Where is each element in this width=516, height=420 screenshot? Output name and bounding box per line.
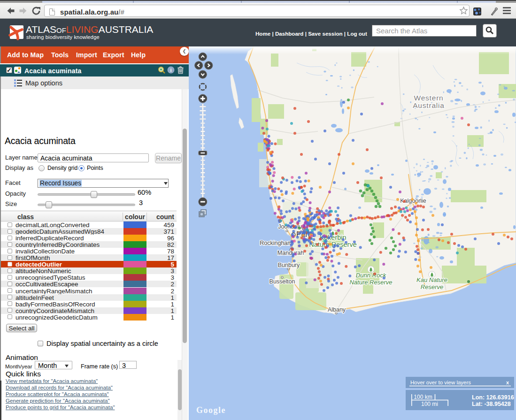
- svg-text:Busselton: Busselton: [270, 278, 295, 285]
- svg-text:Dunn Rock: Dunn Rock: [356, 272, 387, 279]
- svg-text:Nature Reserve: Nature Reserve: [349, 279, 392, 286]
- svg-text:100 km: 100 km: [414, 394, 432, 400]
- svg-text:Hover over to view layers: Hover over to view layers: [410, 380, 471, 385]
- svg-text:Mandurah: Mandurah: [277, 250, 304, 256]
- svg-text:Western: Western: [414, 94, 443, 102]
- svg-text:Lon: 126.63916: Lon: 126.63916: [472, 394, 514, 401]
- svg-text:Reserve: Reserve: [421, 283, 443, 290]
- svg-text:Albany: Albany: [328, 306, 346, 313]
- svg-text:100 mi: 100 mi: [421, 401, 438, 407]
- svg-text:Bunbury: Bunbury: [278, 262, 300, 268]
- svg-text:Rockingham: Rockingham: [260, 240, 292, 246]
- svg-text:Kau Nature: Kau Nature: [416, 276, 447, 283]
- svg-text:Google: Google: [196, 405, 226, 415]
- svg-text:x: x: [506, 380, 509, 385]
- svg-text:i: i: [170, 67, 171, 73]
- svg-text:Lat: -38.95428: Lat: -38.95428: [472, 401, 511, 407]
- svg-text:Australia: Australia: [413, 101, 445, 109]
